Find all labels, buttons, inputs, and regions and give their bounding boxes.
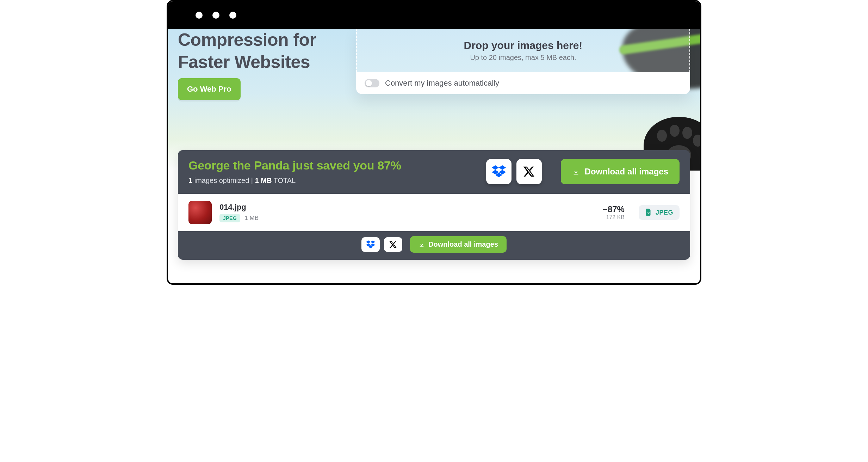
dropzone-title: Drop your images here!	[364, 39, 682, 51]
dropbox-icon	[366, 240, 375, 249]
auto-convert-toggle[interactable]	[365, 79, 379, 87]
svg-marker-1	[499, 165, 506, 170]
reduction-percent: −87%	[603, 204, 625, 214]
download-icon	[572, 168, 580, 175]
input-size: 1 MB	[244, 215, 259, 222]
reduction-info: −87% 172 KB	[603, 204, 625, 221]
download-all-label-footer: Download all images	[428, 240, 498, 248]
results-footer: Download all images	[178, 231, 690, 260]
stats-line: 1 images optimized | 1 MB TOTAL	[188, 177, 486, 185]
total-size: 1 MB	[255, 177, 272, 184]
dropzone[interactable]: Drop your images here! Up to 20 images, …	[356, 29, 690, 72]
share-x-button-footer[interactable]	[384, 237, 402, 252]
output-size: 172 KB	[603, 214, 625, 221]
save-to-dropbox-button-footer[interactable]	[361, 237, 380, 252]
share-x-button[interactable]	[516, 159, 542, 184]
file-thumbnail	[188, 201, 212, 224]
output-format-label: JPEG	[656, 209, 673, 216]
download-all-button-footer[interactable]: Download all images	[410, 236, 507, 253]
optimized-suffix: images optimized	[192, 177, 249, 184]
page-headline: Compression for Faster Websites	[178, 29, 316, 73]
download-file-icon	[645, 209, 652, 216]
download-all-label: Download all images	[585, 167, 668, 177]
file-name: 014.jpg	[219, 203, 595, 212]
file-info: 014.jpg JPEG 1 MB	[219, 203, 595, 222]
input-format-badge: JPEG	[219, 214, 240, 222]
window-titlebar	[168, 1, 700, 29]
window-control-dot[interactable]	[212, 12, 219, 19]
header-actions: Download all images	[486, 159, 680, 184]
headline-line: Faster Websites	[178, 51, 316, 73]
go-web-pro-button[interactable]: Go Web Pro	[178, 78, 241, 100]
auto-convert-label: Convert my images automatically	[385, 79, 499, 88]
upload-card: Drop your images here! Up to 20 images, …	[356, 29, 690, 94]
save-to-dropbox-button[interactable]	[486, 159, 512, 184]
savings-headline: George the Panda just saved you 87%	[188, 159, 486, 172]
dropzone-subtitle: Up to 20 images, max 5 MB each.	[364, 54, 682, 62]
app-window: Compression for Faster Websites Go Web P…	[167, 0, 701, 285]
dropbox-icon	[492, 165, 506, 178]
convert-bar: Convert my images automatically	[356, 72, 690, 94]
x-icon	[389, 241, 397, 248]
file-row: 014.jpg JPEG 1 MB −87% 172 KB JPEG	[178, 194, 690, 231]
window-control-dot[interactable]	[229, 12, 236, 19]
x-icon	[523, 166, 535, 178]
stats-separator: |	[249, 177, 255, 184]
svg-marker-6	[371, 240, 375, 243]
total-suffix: TOTAL	[272, 177, 296, 184]
download-icon	[418, 241, 425, 248]
optimized-count: 1	[188, 177, 192, 184]
results-header: George the Panda just saved you 87% 1 im…	[178, 150, 690, 194]
window-control-dot[interactable]	[196, 12, 203, 19]
hero-section: Compression for Faster Websites Go Web P…	[168, 29, 700, 171]
download-all-button[interactable]: Download all images	[561, 159, 680, 184]
download-file-button[interactable]: JPEG	[639, 205, 680, 220]
headline-line: Compression for	[178, 29, 316, 51]
svg-marker-0	[492, 165, 499, 170]
results-panel: George the Panda just saved you 87% 1 im…	[178, 150, 690, 260]
svg-marker-5	[366, 240, 371, 243]
